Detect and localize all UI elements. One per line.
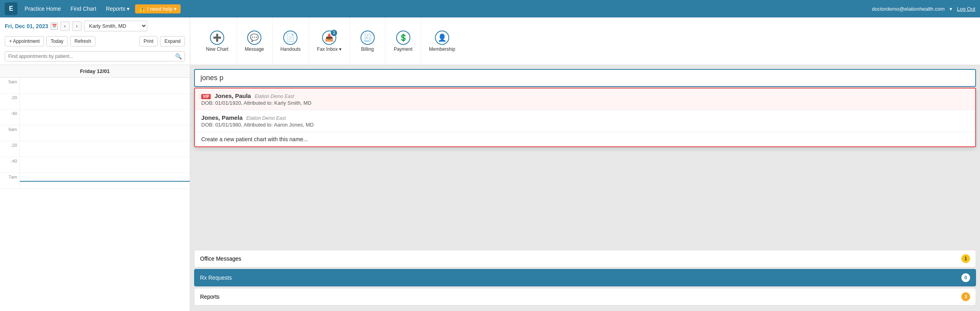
provider-select[interactable]: Karly Smith, MD	[84, 21, 147, 31]
nav-find-chart[interactable]: Find Chart	[67, 3, 100, 14]
time-content[interactable]	[20, 125, 190, 141]
fax-inbox-icon-wrapper: 📥 3	[322, 31, 336, 45]
membership-icon: 👤	[435, 31, 449, 45]
top-nav-right: doctordemo@elationhealth.com ▾ Log Out	[872, 6, 975, 12]
message-label: Message	[245, 46, 264, 52]
membership-icon-wrapper: 👤	[435, 31, 449, 45]
search-result-name-row: VIP Jones, Paula Elation Demo East	[201, 92, 969, 99]
calendar-icon[interactable]: 📅	[51, 23, 58, 30]
appointment-search-row: 🔍	[5, 51, 185, 61]
billing-button[interactable]: 🧾 Billing	[350, 17, 385, 65]
office-messages-card[interactable]: Office Messages 1	[194, 250, 976, 267]
time-content[interactable]	[20, 78, 190, 93]
fax-inbox-button[interactable]: 📥 3 Fax Inbox ▾	[309, 17, 350, 65]
print-expand-group: Print Expand	[139, 36, 185, 46]
patient-name: Jones, Pamela	[201, 114, 242, 121]
reports-label: Reports	[200, 294, 219, 300]
rx-requests-card[interactable]: Rx Requests 0	[194, 269, 976, 286]
membership-button[interactable]: 👤 Membership	[421, 17, 463, 65]
search-icon[interactable]: 🔍	[175, 53, 182, 60]
calendar-panel: Friday 12/01 5am :20 :40 6am :20 :40 7am	[0, 65, 190, 311]
handouts-button[interactable]: 📄 Handouts	[273, 17, 309, 65]
current-time-indicator	[20, 181, 190, 182]
message-button[interactable]: 💬 Message	[237, 17, 273, 65]
today-button[interactable]: Today	[46, 36, 68, 46]
fax-inbox-label: Fax Inbox ▾	[317, 46, 341, 52]
appointment-search-input[interactable]	[5, 51, 185, 61]
rx-requests-badge: 0	[961, 273, 970, 282]
patient-search-container: VIP Jones, Paula Elation Demo East DOB: …	[194, 69, 976, 147]
time-slot-540: :40	[0, 109, 190, 125]
time-content[interactable]	[20, 94, 190, 109]
fax-inbox-icon: 📥 3	[322, 31, 336, 45]
patient-details: DOB: 01/01/1980, Attributed to: Aaron Jo…	[201, 122, 969, 128]
top-navigation: E Practice Home Find Chart Reports ⚠️ I …	[0, 0, 980, 17]
patient-search-input[interactable]	[194, 69, 976, 87]
handouts-icon: 📄	[283, 31, 297, 45]
nav-links: Practice Home Find Chart Reports ⚠️ I ne…	[21, 3, 869, 14]
refresh-button[interactable]: Refresh	[70, 36, 95, 46]
calendar-header: Friday 12/01	[0, 65, 190, 78]
toolbar-icon-buttons: ➕ New Chart 💬 Message 📄 Handouts 📥 3 Fax	[190, 17, 980, 65]
bottom-cards-section: Office Messages 1 Rx Requests 0 Reports …	[190, 250, 980, 311]
practice-name: Elation Demo East	[255, 94, 294, 99]
billing-icon: 🧾	[360, 31, 375, 45]
action-buttons-row: + Appointment Today Refresh Print Expand	[5, 36, 185, 46]
payment-label: Payment	[394, 46, 412, 52]
user-email[interactable]: doctordemo@elationhealth.com	[872, 6, 945, 12]
practice-name: Elation Demo East	[246, 115, 286, 121]
toolbar-left-panel: Fri, Dec 01, 2023 📅 ‹ › Karly Smith, MD …	[0, 17, 190, 65]
new-chart-button[interactable]: ➕ New Chart	[198, 17, 237, 65]
time-slot-5am: 5am	[0, 78, 190, 94]
payment-icon: 💲	[396, 31, 410, 45]
search-result-jones-paula[interactable]: VIP Jones, Paula Elation Demo East DOB: …	[195, 88, 975, 110]
next-day-button[interactable]: ›	[72, 21, 82, 31]
right-panel: VIP Jones, Paula Elation Demo East DOB: …	[190, 65, 980, 311]
time-content[interactable]	[20, 141, 190, 157]
fax-inbox-badge: 3	[331, 30, 337, 36]
message-icon: 💬	[247, 31, 261, 45]
app-logo[interactable]: E	[5, 2, 17, 15]
time-label: 5am	[0, 78, 20, 93]
new-chart-icon-wrapper: ➕	[210, 31, 224, 45]
create-new-chart-option[interactable]: Create a new patient chart with this nam…	[195, 132, 975, 146]
handouts-icon-wrapper: 📄	[283, 31, 297, 45]
prev-day-button[interactable]: ‹	[60, 21, 70, 31]
patient-details: DOB: 01/01/1920, Attributed to: Karly Sm…	[201, 100, 969, 106]
print-button[interactable]: Print	[139, 36, 158, 46]
time-slot-520: :20	[0, 94, 190, 109]
billing-icon-wrapper: 🧾	[360, 31, 375, 45]
time-content[interactable]	[20, 109, 190, 125]
message-icon-wrapper: 💬	[247, 31, 261, 45]
time-content[interactable]	[20, 173, 190, 188]
logout-link[interactable]: Log Out	[957, 6, 975, 12]
search-results-dropdown: VIP Jones, Paula Elation Demo East DOB: …	[194, 88, 976, 147]
time-label: :40	[0, 109, 20, 125]
date-provider-row: Fri, Dec 01, 2023 📅 ‹ › Karly Smith, MD	[5, 21, 185, 31]
reports-card[interactable]: Reports 3	[194, 288, 976, 305]
patient-name: Jones, Paula	[215, 92, 251, 99]
office-messages-label: Office Messages	[200, 255, 241, 262]
expand-button[interactable]: Expand	[160, 36, 185, 46]
vip-badge: VIP	[201, 94, 211, 99]
reports-badge: 3	[961, 292, 970, 301]
time-slot-640: :40	[0, 157, 190, 173]
time-content[interactable]	[20, 157, 190, 173]
membership-label: Membership	[429, 46, 455, 52]
time-label: :20	[0, 141, 20, 157]
time-label: 7am	[0, 173, 20, 188]
add-appointment-button[interactable]: + Appointment	[5, 36, 44, 46]
search-result-jones-pamela[interactable]: Jones, Pamela Elation Demo East DOB: 01/…	[195, 110, 975, 132]
main-toolbar: Fri, Dec 01, 2023 📅 ‹ › Karly Smith, MD …	[0, 17, 980, 65]
nav-reports[interactable]: Reports	[102, 3, 133, 14]
time-label: :20	[0, 94, 20, 109]
time-slot-620: :20	[0, 141, 190, 157]
nav-help[interactable]: ⚠️ I need help ▾	[135, 4, 181, 13]
main-layout: Friday 12/01 5am :20 :40 6am :20 :40 7am	[0, 65, 980, 311]
chevron-down-icon-user: ▾	[949, 6, 952, 12]
rx-requests-label: Rx Requests	[200, 275, 232, 281]
warning-icon: ⚠️	[139, 6, 145, 12]
payment-button[interactable]: 💲 Payment	[385, 17, 421, 65]
nav-practice-home[interactable]: Practice Home	[21, 3, 65, 14]
time-slot-7am: 7am	[0, 173, 190, 189]
